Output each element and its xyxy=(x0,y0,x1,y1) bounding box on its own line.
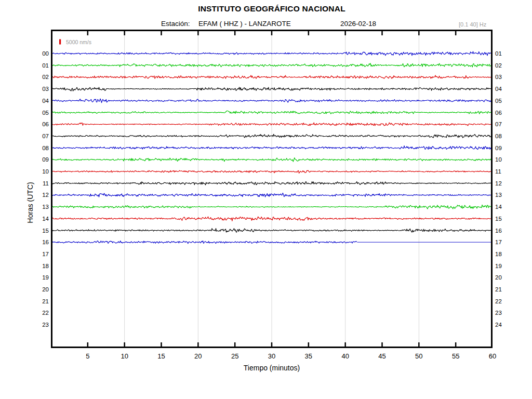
hour-label-left-05: 05 xyxy=(31,110,49,115)
x-tick-label-15: 15 xyxy=(157,352,165,360)
hour-label-right-23: 23 xyxy=(495,310,513,316)
x-tick-label-20: 20 xyxy=(194,352,202,360)
hour-label-left-22: 22 xyxy=(31,310,49,316)
hour-label-right-19: 19 xyxy=(495,263,513,269)
hour-label-left-03: 03 xyxy=(31,86,49,92)
hour-label-left-20: 20 xyxy=(31,287,49,292)
hour-label-left-23: 23 xyxy=(31,322,49,328)
x-tick-label-60: 60 xyxy=(489,352,496,360)
hour-label-right-14: 14 xyxy=(495,204,513,210)
hour-label-left-01: 01 xyxy=(31,62,49,68)
station-prefix-label: Estación: xyxy=(161,20,190,28)
x-tick-label-35: 35 xyxy=(305,352,312,360)
x-axis-title: Tiempo (minutos) xyxy=(244,364,300,372)
record-date: 2026-02-18 xyxy=(340,20,376,28)
hour-label-right-03: 03 xyxy=(495,74,513,80)
hour-label-right-11: 11 xyxy=(495,169,513,175)
hour-label-right-17: 17 xyxy=(495,240,513,245)
hour-label-left-16: 16 xyxy=(31,240,49,245)
hour-label-right-08: 08 xyxy=(495,133,513,139)
hour-label-right-09: 09 xyxy=(495,145,513,151)
trace-hour-16 xyxy=(51,241,357,244)
x-tick-label-45: 45 xyxy=(378,352,385,360)
hour-label-right-20: 20 xyxy=(495,275,513,281)
scale-label: 5000 nm/s xyxy=(66,39,91,45)
hour-label-right-02: 02 xyxy=(495,62,513,68)
station-name: EFAM ( HHZ ) - LANZAROTE xyxy=(198,20,291,28)
x-tick-label-30: 30 xyxy=(268,352,275,360)
scale-marker-icon xyxy=(59,39,61,45)
page-title: INSTITUTO GEOGRÁFICO NACIONAL xyxy=(51,4,493,14)
hour-label-left-09: 09 xyxy=(31,157,49,163)
seismogram-svg: 5000 nm/s xyxy=(51,30,493,348)
hour-label-left-07: 07 xyxy=(31,133,49,139)
hour-label-left-04: 04 xyxy=(31,98,49,103)
hour-label-right-12: 12 xyxy=(495,180,513,186)
filter-band-label: [0.1 40] Hz xyxy=(459,21,486,28)
x-tick-label-40: 40 xyxy=(341,352,349,360)
hour-label-left-12: 12 xyxy=(31,192,49,198)
hour-label-left-08: 08 xyxy=(31,145,49,151)
hour-label-left-13: 13 xyxy=(31,204,49,210)
hour-label-left-11: 11 xyxy=(31,180,49,186)
hour-label-right-15: 15 xyxy=(495,216,513,221)
hour-label-left-10: 10 xyxy=(31,169,49,175)
hour-label-right-04: 04 xyxy=(495,86,513,92)
hour-label-left-17: 17 xyxy=(31,251,49,257)
x-tick-label-50: 50 xyxy=(415,352,422,360)
hour-label-right-05: 05 xyxy=(495,98,513,103)
hour-label-left-15: 15 xyxy=(31,228,49,233)
hour-label-right-07: 07 xyxy=(495,122,513,127)
hour-label-right-18: 18 xyxy=(495,251,513,257)
hour-label-left-00: 00 xyxy=(31,51,49,57)
hour-label-left-19: 19 xyxy=(31,275,49,281)
helicorder-plot-area: 5000 nm/s xyxy=(51,30,493,348)
x-tick-label-55: 55 xyxy=(452,352,459,360)
hour-label-left-06: 06 xyxy=(31,122,49,127)
hour-label-right-10: 10 xyxy=(495,157,513,163)
hour-label-right-21: 21 xyxy=(495,287,513,292)
hour-label-right-13: 13 xyxy=(495,192,513,198)
x-tick-label-5: 5 xyxy=(86,352,89,360)
hour-label-right-24: 24 xyxy=(495,322,513,328)
hour-label-right-22: 22 xyxy=(495,298,513,304)
x-tick-label-25: 25 xyxy=(231,352,238,360)
hour-label-left-18: 18 xyxy=(31,263,49,269)
hour-label-left-02: 02 xyxy=(31,74,49,80)
helicorder-page: INSTITUTO GEOGRÁFICO NACIONAL Estación: … xyxy=(0,0,532,399)
hour-label-right-06: 06 xyxy=(495,110,513,115)
x-tick-label-10: 10 xyxy=(121,352,128,360)
hour-label-left-14: 14 xyxy=(31,216,49,221)
hour-label-left-21: 21 xyxy=(31,298,49,304)
hour-label-right-01: 01 xyxy=(495,51,513,57)
hour-label-right-16: 16 xyxy=(495,228,513,233)
